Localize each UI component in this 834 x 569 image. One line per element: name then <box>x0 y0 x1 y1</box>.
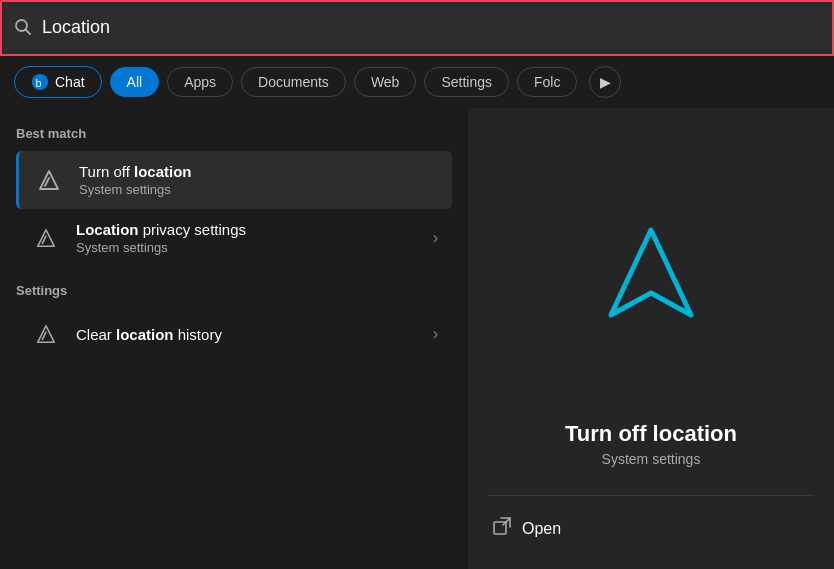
main-content: Best match Turn off location System sett… <box>0 108 834 569</box>
list-item-privacy-title: Location privacy settings <box>76 221 419 238</box>
search-input[interactable] <box>42 17 820 38</box>
best-match-title-bold: location <box>134 163 192 180</box>
list-item-clear-history[interactable]: Clear location history › <box>16 308 452 360</box>
open-button[interactable]: Open <box>488 508 565 549</box>
tab-apps-label: Apps <box>184 74 216 90</box>
preview-icon-area <box>591 128 711 421</box>
tab-settings-label: Settings <box>441 74 492 90</box>
list-item-privacy-text: Location privacy settings System setting… <box>76 221 419 255</box>
tab-all-label: All <box>127 74 143 90</box>
tab-documents[interactable]: Documents <box>241 67 346 97</box>
tab-chat[interactable]: b Chat <box>14 66 102 98</box>
tab-documents-label: Documents <box>258 74 329 90</box>
list-item-privacy-chevron: › <box>433 229 438 247</box>
more-tabs-button[interactable]: ▶ <box>589 66 621 98</box>
more-tabs-icon: ▶ <box>600 74 611 90</box>
list-item-privacy-suffix: privacy settings <box>139 221 247 238</box>
preview-title: Turn off location <box>565 421 737 447</box>
open-label: Open <box>522 520 561 538</box>
tab-all[interactable]: All <box>110 67 160 97</box>
best-match-item[interactable]: Turn off location System settings <box>16 151 452 209</box>
tab-chat-label: Chat <box>55 74 85 90</box>
tab-folders[interactable]: Folc <box>517 67 577 97</box>
tab-web[interactable]: Web <box>354 67 417 97</box>
list-item-clear-chevron: › <box>433 325 438 343</box>
preview-title-bold: location <box>653 421 737 446</box>
left-panel: Best match Turn off location System sett… <box>0 108 468 569</box>
list-item-privacy-bold: Location <box>76 221 139 238</box>
list-item-clear-icon <box>30 318 62 350</box>
list-item-clear-prefix: Clear <box>76 326 116 343</box>
list-item-privacy-subtitle: System settings <box>76 240 419 255</box>
best-match-title: Turn off location <box>79 163 438 180</box>
list-item-clear-text: Clear location history <box>76 326 419 343</box>
svg-text:b: b <box>36 77 42 89</box>
list-item-clear-bold: location <box>116 326 174 343</box>
svg-line-1 <box>26 30 31 35</box>
svg-marker-10 <box>611 230 691 315</box>
search-bar <box>0 0 834 56</box>
list-item-privacy-icon <box>30 222 62 254</box>
list-item-clear-suffix: history <box>174 326 222 343</box>
bing-icon: b <box>31 73 49 91</box>
best-match-subtitle: System settings <box>79 182 438 197</box>
list-item-privacy[interactable]: Location privacy settings System setting… <box>16 211 452 265</box>
settings-section-title: Settings <box>16 283 452 298</box>
best-match-section-title: Best match <box>16 126 452 141</box>
tab-apps[interactable]: Apps <box>167 67 233 97</box>
open-icon <box>492 516 512 541</box>
preview-subtitle: System settings <box>602 451 701 467</box>
preview-divider <box>488 495 814 496</box>
right-panel: Turn off location System settings Open <box>468 108 834 569</box>
settings-section: Settings Clear location history › <box>16 283 452 360</box>
search-icon <box>14 18 32 36</box>
best-match-text: Turn off location System settings <box>79 163 438 197</box>
preview-title-prefix: Turn off <box>565 421 653 446</box>
best-match-icon <box>33 164 65 196</box>
app-window: b Chat All Apps Documents Web Settings F… <box>0 0 834 569</box>
list-item-clear-title: Clear location history <box>76 326 419 343</box>
tab-web-label: Web <box>371 74 400 90</box>
best-match-title-prefix: Turn off <box>79 163 134 180</box>
filter-tabs: b Chat All Apps Documents Web Settings F… <box>0 56 834 108</box>
preview-location-icon <box>591 215 711 335</box>
tab-settings[interactable]: Settings <box>424 67 509 97</box>
tab-folders-label: Folc <box>534 74 560 90</box>
